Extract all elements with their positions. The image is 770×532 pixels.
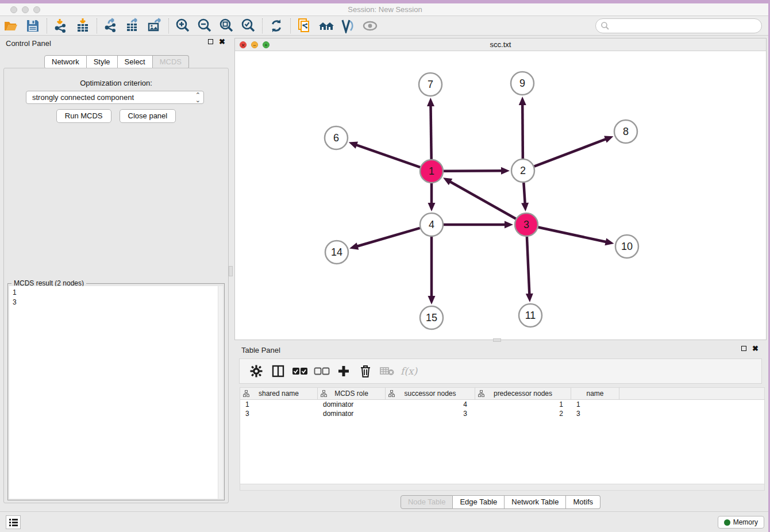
graph-node-1[interactable]: 1 <box>420 160 443 183</box>
graph-node-15[interactable]: 15 <box>420 306 443 329</box>
run-mcds-button[interactable]: Run MCDS <box>56 109 111 123</box>
cell-successor-nodes[interactable]: 3 <box>386 409 475 418</box>
function-builder-icon[interactable]: f(x) <box>401 365 417 377</box>
edge-1-2[interactable] <box>444 171 503 171</box>
edge-1-7[interactable] <box>430 105 431 159</box>
node-table[interactable]: shared nameMCDS rolesuccessor nodesprede… <box>240 387 765 484</box>
delete-column-icon[interactable] <box>355 361 376 381</box>
select-all-columns-icon[interactable] <box>289 361 311 381</box>
close-panel-button[interactable]: Close panel <box>120 109 176 123</box>
table-scrollbar[interactable] <box>240 484 765 491</box>
export-table-icon[interactable] <box>123 17 143 34</box>
tab-style[interactable]: Style <box>87 55 118 69</box>
home-layout-icon[interactable] <box>317 17 336 34</box>
edge-2-8[interactable] <box>534 138 607 166</box>
mcds-tab-content: Optimization criterion: strongly connect… <box>3 68 229 503</box>
cell-MCDS-role[interactable]: dominator <box>318 409 386 418</box>
tab-node-table[interactable]: Node Table <box>401 495 453 509</box>
mcds-result-textarea[interactable]: 1 3 <box>9 286 223 499</box>
tab-network-table[interactable]: Network Table <box>505 495 566 509</box>
tab-mcds[interactable]: MCDS <box>153 55 189 69</box>
table-row[interactable]: 3dominator323 <box>240 409 764 418</box>
tab-select[interactable]: Select <box>118 55 153 69</box>
arrowhead-1-4 <box>428 203 436 211</box>
column-header-shared-name[interactable]: shared name <box>240 388 318 399</box>
edge-3-1[interactable] <box>449 181 515 219</box>
open-folder-icon[interactable] <box>1 17 21 34</box>
task-history-button[interactable] <box>6 515 21 529</box>
graph-node-3[interactable]: 3 <box>515 213 538 236</box>
graph-node-11[interactable]: 11 <box>519 304 542 327</box>
zoom-fit-icon[interactable] <box>217 17 236 34</box>
clone-network-icon[interactable] <box>295 17 314 34</box>
cell-predecessor-nodes[interactable]: 2 <box>475 409 571 418</box>
export-image-icon[interactable] <box>145 17 164 34</box>
split-panel-icon[interactable] <box>267 361 289 381</box>
apply-layout-icon[interactable] <box>267 17 286 34</box>
show-hide-icon[interactable] <box>360 17 380 34</box>
cell-name[interactable]: 3 <box>571 409 619 418</box>
tab-motifs[interactable]: Motifs <box>566 495 600 509</box>
delete-table-icon[interactable] <box>376 361 398 381</box>
vizmapper-icon[interactable] <box>338 17 358 34</box>
edge-3-11[interactable] <box>527 237 530 295</box>
graph-node-4[interactable]: 4 <box>420 213 443 236</box>
tab-edge-table[interactable]: Edge Table <box>453 495 505 509</box>
zoom-selected-icon[interactable] <box>238 17 258 34</box>
table-tabs: Node TableEdge TableNetwork TableMotifs <box>234 495 767 509</box>
search-field[interactable] <box>595 18 762 33</box>
arrowhead-1-7 <box>427 98 434 106</box>
horizontal-splitter-grip[interactable] <box>493 338 501 342</box>
cell-name[interactable]: 1 <box>571 400 619 409</box>
zoom-in-icon[interactable] <box>173 17 192 34</box>
graph-node-10[interactable]: 10 <box>615 235 638 258</box>
column-header-predecessor-nodes[interactable]: predecessor nodes <box>475 388 571 399</box>
network-window-titlebar[interactable]: ✕ − + scc.txt <box>235 38 766 51</box>
edge-4-14[interactable] <box>356 228 420 246</box>
search-icon <box>600 21 610 30</box>
svg-text:6: 6 <box>333 132 339 144</box>
table-row[interactable]: 1dominator411 <box>240 400 764 409</box>
network-graph[interactable]: 7968124314101511 <box>235 51 766 340</box>
float-table-panel-icon[interactable] <box>741 346 746 351</box>
cell-successor-nodes[interactable]: 4 <box>386 400 475 409</box>
svg-text:9: 9 <box>519 78 525 89</box>
column-header-successor-nodes[interactable]: successor nodes <box>386 388 475 399</box>
tab-network[interactable]: Network <box>44 55 87 69</box>
cell-shared-name[interactable]: 1 <box>240 400 318 409</box>
close-panel-icon[interactable]: ✖ <box>219 39 225 44</box>
vertical-splitter-grip[interactable] <box>229 266 233 276</box>
graph-node-7[interactable]: 7 <box>419 73 442 96</box>
save-icon[interactable] <box>23 17 43 34</box>
svg-text:7: 7 <box>428 79 433 90</box>
edge-3-10[interactable] <box>538 227 607 242</box>
deselect-all-columns-icon[interactable] <box>311 361 333 381</box>
close-table-panel-icon[interactable]: ✖ <box>752 346 759 351</box>
graph-node-9[interactable]: 9 <box>511 72 534 95</box>
float-panel-icon[interactable] <box>208 39 213 44</box>
memory-button[interactable]: Memory <box>718 516 764 529</box>
column-header-name[interactable]: name <box>571 388 619 399</box>
graph-node-14[interactable]: 14 <box>325 241 348 264</box>
cell-predecessor-nodes[interactable]: 1 <box>475 400 571 409</box>
import-network-icon[interactable] <box>51 17 71 34</box>
add-column-icon[interactable] <box>333 361 355 381</box>
search-input[interactable] <box>610 20 761 32</box>
graph-node-6[interactable]: 6 <box>325 126 348 149</box>
edge-2-3[interactable] <box>523 183 525 205</box>
criterion-dropdown[interactable]: strongly connected component ⌃⌄ <box>26 91 204 104</box>
graph-node-8[interactable]: 8 <box>614 120 637 143</box>
table-panel-title: Table Panel <box>241 346 280 354</box>
edge-2-9[interactable] <box>522 103 523 159</box>
cell-shared-name[interactable]: 3 <box>240 409 318 418</box>
edge-1-6[interactable] <box>355 145 420 168</box>
zoom-out-icon[interactable] <box>195 17 214 34</box>
import-table-icon[interactable] <box>73 17 93 34</box>
table-settings-icon[interactable] <box>245 361 267 381</box>
network-canvas[interactable]: 7968124314101511 <box>235 51 766 340</box>
column-header-MCDS-role[interactable]: MCDS role <box>318 388 386 399</box>
graph-node-2[interactable]: 2 <box>511 159 534 182</box>
export-network-icon[interactable] <box>101 17 121 34</box>
cell-MCDS-role[interactable]: dominator <box>318 400 386 409</box>
result-scrollbar[interactable] <box>218 286 223 499</box>
